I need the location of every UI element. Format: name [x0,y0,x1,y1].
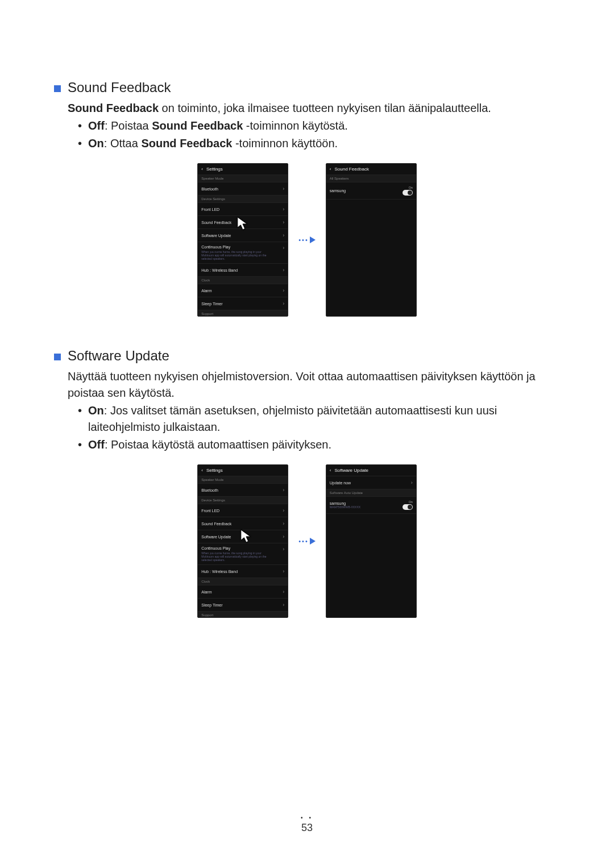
row-alarm[interactable]: Alarm› [198,284,288,297]
section-title: Sound Feedback [68,80,171,95]
row-label: Software Update [201,234,231,238]
row-bluetooth[interactable]: Bluetooth› [198,182,288,196]
text: : Ottaa [104,137,142,149]
phone-header[interactable]: ‹ Settings [198,164,288,175]
section-label: Device Settings [198,497,288,504]
row-speaker-toggle[interactable]: samsung On [326,182,416,200]
list-item: Off: Poistaa käytöstä automaattisen päiv… [78,437,560,453]
row-label: Sound Feedback [201,221,231,225]
bold-text: Off [88,119,105,132]
section-sound-feedback: Sound Feedback Sound Feedback on toimint… [54,80,560,317]
bullet-list: Off: Poistaa Sound Feedback -toiminnon k… [68,118,560,152]
bullet-list: On: Jos valitset tämän asetuksen, ohjelm… [68,402,560,453]
section-software-update: Software Update Näyttää tuotteen nykyise… [54,348,560,618]
row-sleep-timer[interactable]: Sleep Timer› [198,599,288,612]
row-label: Bluetooth [201,488,218,492]
back-icon[interactable]: ‹ [201,468,203,473]
screenshot-row: ‹ Settings Speaker Mode Bluetooth› Devic… [54,464,560,618]
row-update-now[interactable]: Update now› [326,476,416,489]
section-header: Software Update [54,348,560,364]
chevron-right-icon: › [283,288,284,293]
bold-text: Sound Feedback [141,137,232,149]
section-label: Clock [198,578,288,585]
description-block: Näyttää tuotteen nykyisen ohjelmistovers… [54,368,560,453]
row-front-led[interactable]: Front LED› [198,504,288,517]
row-continuous-play[interactable]: Continuous Play When you come home, the … [198,242,288,264]
row-software-update[interactable]: Software Update› [198,229,288,242]
chevron-right-icon: › [283,521,284,526]
row-subtitle: When you come home, the song playing in … [201,250,269,260]
section-label: Speaker Mode [198,175,288,182]
row-label: Hub : Wireless Band [201,570,238,574]
phone-header[interactable]: ‹ Settings [198,465,288,476]
toggle-state-label: On [409,186,413,189]
phone-settings: ‹ Settings Speaker Mode Bluetooth› Devic… [197,464,288,618]
row-hub[interactable]: Hub : Wireless Band› [198,264,288,277]
chevron-right-icon: › [283,206,284,212]
chevron-right-icon: › [283,546,284,552]
chevron-right-icon: › [283,487,284,493]
row-label: samsung WAM7500WWB-XXXXX [330,501,360,509]
section-label: Support [198,612,288,618]
row-label: Hub : Wireless Band [201,268,238,272]
row-sound-feedback[interactable]: Sound Feedback› [198,216,288,229]
row-label: Software Update [201,535,231,539]
page-number: 53 [301,822,313,833]
row-label: Front LED [201,509,219,513]
text: on toiminto, joka ilmaisee tuotteen nyky… [159,102,491,114]
footer-dots-icon: • • [0,815,614,821]
back-icon[interactable]: ‹ [330,468,331,473]
chevron-right-icon: › [283,245,284,251]
phone-title: Settings [206,468,223,473]
section-title: Software Update [68,348,169,364]
section-label: Software Auto Update [326,489,416,497]
chevron-right-icon: › [283,508,284,513]
phone-settings: ‹ Settings Speaker Mode Bluetooth› Devic… [197,163,288,317]
row-serial: WAM7500WWB-XXXXX [330,505,360,509]
chevron-right-icon: › [283,301,284,306]
row-sleep-timer[interactable]: Sleep Timer› [198,297,288,310]
section-label: All Speakers [326,175,416,182]
row-bluetooth[interactable]: Bluetooth› [198,484,288,497]
back-icon[interactable]: ‹ [201,167,203,172]
row-title: Continuous Play [201,546,230,550]
row-label: Continuous Play When you come home, the … [201,245,269,260]
triangle-right-icon [310,538,316,545]
list-item: On: Ottaa Sound Feedback -toiminnon käyt… [78,135,560,152]
phone-header[interactable]: ‹ Sound Feedback [326,164,416,175]
bold-text: Sound Feedback [68,102,159,114]
text: : Jos valitset tämän asetuksen, ohjelmis… [88,404,497,433]
page-footer: • • 53 [0,815,614,834]
row-software-update[interactable]: Software Update› [198,530,288,543]
row-auto-update-toggle[interactable]: samsung WAM7500WWB-XXXXX On [326,497,416,514]
row-label: Front LED [201,207,219,211]
back-icon[interactable]: ‹ [330,167,331,172]
screenshot-row: ‹ Settings Speaker Mode Bluetooth› Devic… [54,163,560,317]
row-alarm[interactable]: Alarm› [198,585,288,599]
chevron-right-icon: › [283,534,284,539]
toggle-switch[interactable] [403,504,413,510]
section-label: Speaker Mode [198,476,288,484]
chevron-right-icon: › [411,480,413,485]
phone-title: Software Update [334,468,368,473]
square-bullet-icon [54,85,61,92]
section-label: Clock [198,277,288,284]
phone-title: Settings [206,167,223,172]
description-line: Sound Feedback on toiminto, joka ilmaise… [68,100,560,117]
section-header: Sound Feedback [54,80,560,95]
chevron-right-icon: › [283,589,284,595]
row-hub[interactable]: Hub : Wireless Band› [198,565,288,578]
toggle-switch[interactable] [403,190,413,196]
row-continuous-play[interactable]: Continuous Play When you come home, the … [198,543,288,565]
dots-icon: ••• [298,236,309,243]
arrow-connector: ••• [298,538,316,545]
bold-text: Sound Feedback [152,119,243,132]
row-sound-feedback[interactable]: Sound Feedback› [198,517,288,530]
description-line: Näyttää tuotteen nykyisen ohjelmistovers… [68,368,560,401]
row-front-led[interactable]: Front LED› [198,203,288,216]
phone-header[interactable]: ‹ Software Update [326,465,416,476]
row-label: Alarm [201,289,211,293]
chevron-right-icon: › [283,232,284,238]
phone-title: Sound Feedback [334,167,369,172]
description-block: Sound Feedback on toiminto, joka ilmaise… [54,100,560,152]
